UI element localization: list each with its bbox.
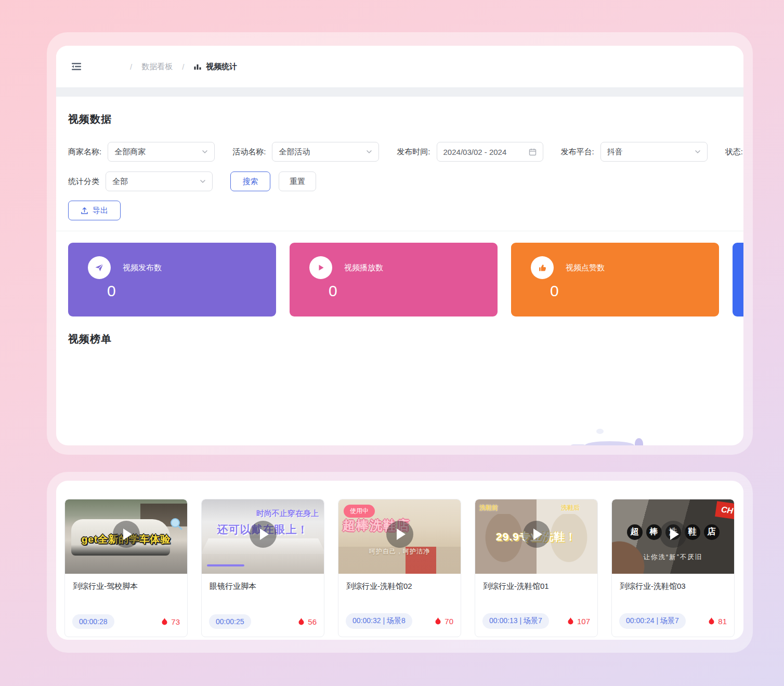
header-divider-strip — [56, 87, 743, 97]
dashboard-panel: / 数据看板 / 视频统计 视频数据 商家名称: 全部商家 — [56, 46, 743, 445]
activity-select[interactable]: 全部活动 — [272, 142, 379, 162]
filter-publish-time: 发布时间: 2024/03/02 - 2024 — [397, 142, 543, 162]
activity-label: 活动名称: — [232, 147, 266, 157]
section-divider — [56, 231, 743, 231]
filter-status: 状态: — [725, 142, 743, 162]
stat-card-play: 视频播放数 0 — [290, 243, 498, 316]
likes-value: 81 — [718, 617, 727, 626]
thumbnail-corner-text: CH — [715, 501, 734, 520]
export-button-label: 导出 — [93, 206, 108, 216]
chevron-down-icon — [202, 149, 208, 155]
video-card[interactable]: 使用中 超棒洗鞋店 呵护自己，呵护洁净 到综行业-洗鞋馆02 00:00:32 … — [338, 499, 461, 637]
likes-count: 70 — [435, 617, 453, 626]
duration-badge: 00:00:24 | 场景7 — [619, 613, 686, 629]
video-card[interactable]: get全新的学车体验 到综行业-驾校脚本 00:00:28 73 — [64, 499, 188, 637]
likes-value: 107 — [577, 617, 590, 626]
breadcrumb-current-label: 视频统计 — [206, 62, 237, 72]
video-card[interactable]: CH 超 棒 洗 鞋 店 让你洗“新”不厌旧 到综行业-洗鞋馆03 00:00:… — [611, 499, 735, 637]
video-thumbnail[interactable]: 洗鞋前 洗鞋后 29.9专业洗鞋！ — [475, 499, 597, 574]
activity-select-value: 全部活动 — [279, 147, 310, 157]
merchant-label: 商家名称: — [68, 147, 101, 157]
stat-label: 视频发布数 — [123, 263, 162, 273]
menu-collapse-icon[interactable] — [70, 60, 83, 73]
filter-platform: 发布平台: 抖音 — [561, 142, 708, 162]
chevron-down-icon — [366, 149, 372, 155]
chevron-down-icon — [200, 178, 206, 184]
play-icon — [309, 256, 332, 279]
stat-label: 视频播放数 — [344, 263, 383, 273]
play-button-icon[interactable] — [113, 521, 140, 548]
stat-value: 0 — [329, 282, 498, 300]
video-list-panel: get全新的学车体验 到综行业-驾校脚本 00:00:28 73 时尚不止穿在身… — [56, 481, 743, 640]
breadcrumb-current: 视频统计 — [193, 62, 237, 72]
send-icon — [88, 256, 111, 279]
breadcrumb: / 数据看板 / 视频统计 — [121, 62, 237, 72]
likes-value: 56 — [308, 617, 317, 626]
before-label: 洗鞋前 — [479, 504, 498, 512]
calendar-icon — [529, 148, 537, 156]
filter-activity: 活动名称: 全部活动 — [232, 142, 379, 162]
publish-time-label: 发布时间: — [397, 147, 430, 157]
likes-count: 107 — [567, 617, 590, 626]
category-select-value: 全部 — [112, 177, 128, 187]
date-range-input[interactable]: 2024/03/02 - 2024 — [437, 142, 543, 162]
video-footer: 00:00:32 | 场景8 70 — [338, 613, 461, 637]
dashboard-content: 视频数据 商家名称: 全部商家 活动名称: 全部活动 发布时间: 2024/ — [56, 97, 743, 445]
in-use-badge: 使用中 — [344, 505, 375, 518]
ranking-title: 视频榜单 — [68, 332, 731, 346]
stat-card-like: 视频点赞数 0 — [511, 243, 719, 316]
video-thumbnail[interactable]: 时尚不止穿在身上 还可以戴在眼上！ — [202, 499, 324, 574]
merchant-select-value: 全部商家 — [114, 147, 146, 157]
video-thumbnail[interactable]: CH 超 棒 洗 鞋 店 让你洗“新”不厌旧 — [612, 499, 734, 574]
stat-card-clipped — [733, 243, 743, 316]
status-label: 状态: — [725, 147, 743, 157]
page-title: 视频数据 — [68, 112, 731, 126]
video-footer: 00:00:24 | 场景7 81 — [612, 613, 734, 637]
video-title: 到综行业-洗鞋馆03 — [612, 574, 734, 591]
platform-select-value: 抖音 — [607, 147, 623, 157]
play-button-icon[interactable] — [523, 521, 550, 548]
thumbnail-subcaption: 呵护自己，呵护洁净 — [338, 547, 461, 556]
video-footer: 00:00:13 | 场景7 107 — [475, 613, 597, 637]
video-card-row: get全新的学车体验 到综行业-驾校脚本 00:00:28 73 时尚不止穿在身… — [56, 481, 743, 637]
video-title: 到综行业-驾校脚本 — [65, 574, 187, 591]
breadcrumb-separator: / — [182, 62, 184, 71]
duration-badge: 00:00:28 — [72, 614, 114, 629]
stats-row: 视频发布数 0 视频播放数 0 视频点赞数 — [68, 243, 731, 316]
likes-count: 56 — [298, 617, 317, 626]
video-thumbnail[interactable]: 使用中 超棒洗鞋店 呵护自己，呵护洁净 — [338, 499, 461, 574]
video-thumbnail[interactable]: get全新的学车体验 — [65, 499, 187, 574]
reset-button[interactable]: 重置 — [279, 172, 316, 191]
chevron-down-icon — [695, 149, 701, 155]
video-title: 眼镜行业脚本 — [202, 574, 324, 591]
duration-badge: 00:00:13 | 场景7 — [482, 613, 549, 629]
play-button-icon[interactable] — [660, 521, 687, 548]
duration-badge: 00:00:25 — [209, 614, 251, 629]
play-button-icon[interactable] — [386, 521, 413, 548]
thumbs-up-icon — [531, 256, 554, 279]
flame-icon — [708, 617, 715, 625]
breadcrumb-parent-link[interactable]: 数据看板 — [141, 62, 173, 72]
filter-row-2: 统计分类 全部 搜索 重置 — [68, 172, 731, 191]
flame-icon — [161, 617, 168, 626]
platform-label: 发布平台: — [561, 147, 594, 157]
likes-count: 73 — [161, 617, 180, 626]
play-button-icon[interactable] — [250, 521, 277, 548]
flame-icon — [567, 617, 574, 625]
likes-value: 70 — [445, 617, 453, 626]
search-button[interactable]: 搜索 — [230, 172, 270, 191]
category-label: 统计分类 — [68, 177, 99, 187]
thumbnail-caption: 时尚不止穿在身上 — [256, 509, 319, 519]
breadcrumb-separator: / — [130, 62, 132, 71]
platform-select[interactable]: 抖音 — [600, 142, 708, 162]
bar-chart-icon — [193, 62, 202, 71]
video-card[interactable]: 洗鞋前 洗鞋后 29.9专业洗鞋！ 到综行业-洗鞋馆01 00:00:13 | … — [475, 499, 598, 637]
video-card[interactable]: 时尚不止穿在身上 还可以戴在眼上！ 眼镜行业脚本 00:00:25 56 — [201, 499, 324, 637]
export-button[interactable]: 导出 — [68, 201, 121, 220]
category-select[interactable]: 全部 — [106, 172, 213, 191]
stat-card-publish: 视频发布数 0 — [68, 243, 276, 316]
merchant-select[interactable]: 全部商家 — [108, 142, 215, 162]
video-title: 到综行业-洗鞋馆02 — [338, 574, 461, 591]
likes-count: 81 — [708, 617, 727, 626]
flame-icon — [298, 617, 305, 626]
